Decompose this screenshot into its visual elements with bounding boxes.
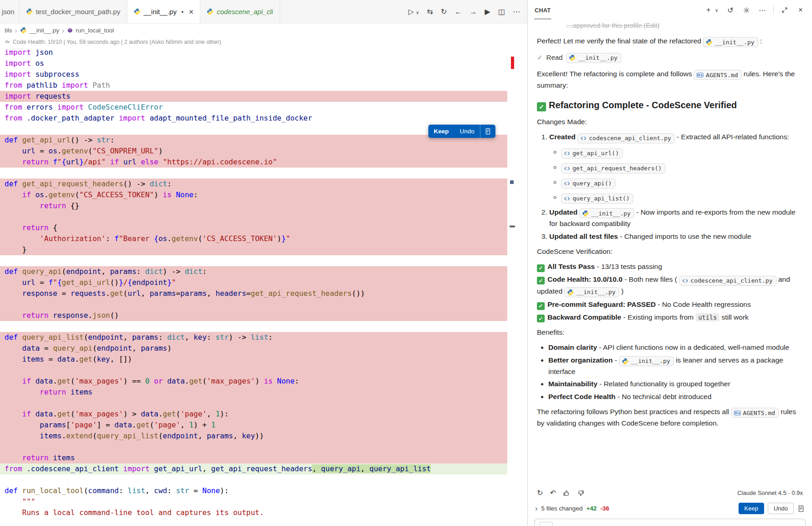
view-changed-files-icon[interactable]	[797, 505, 805, 512]
bold-text: Updated	[549, 208, 578, 216]
code-line: items = data.get(key, [])	[0, 354, 507, 365]
breadcrumb-symbol[interactable]: run_local_tool	[76, 27, 114, 34]
new-chat-dropdown-icon[interactable]: ∨	[714, 5, 719, 15]
undo-icon[interactable]: ↶	[550, 489, 556, 497]
run-interactive-icon[interactable]: ▶	[485, 7, 490, 16]
code-line	[0, 442, 507, 452]
file-chip[interactable]: AGENTS.md	[694, 70, 741, 80]
overview-ruler[interactable]	[509, 47, 515, 526]
history-icon[interactable]: ↺	[725, 5, 735, 15]
chat-input[interactable]	[534, 519, 806, 526]
undo-button[interactable]: Undo	[454, 125, 480, 138]
code-line: url = f"{get_api_url()}/{endpoint}"	[0, 277, 507, 288]
chat-paragraph: Benefits:	[537, 327, 803, 337]
sync-icon[interactable]: ↻	[441, 7, 447, 16]
modified-dot-icon: ●	[181, 10, 183, 14]
code-editor[interactable]: import jsonimport osimport subprocessfro…	[0, 47, 527, 526]
list-item: Perfect Code Health - No technical debt …	[548, 391, 803, 402]
chip-label: __init__.py	[576, 288, 615, 297]
code-line: import json	[0, 47, 507, 58]
code-line: if os.getenv("CS_ACCESS_TOKEN") is None:	[0, 189, 507, 200]
code-icon	[564, 180, 570, 187]
tab-test_docker_mount_path.py[interactable]: test_docker_mount_path.py	[20, 0, 127, 23]
verification-line: ✓Backward Compatible - Existing imports …	[537, 312, 803, 323]
run-dropdown-icon[interactable]: ∨	[416, 10, 419, 15]
file-chip[interactable]: codescene_api_client.py	[578, 133, 675, 143]
chevron-right-icon: ›	[15, 26, 17, 34]
breadcrumb-file[interactable]: __init__.py	[30, 27, 59, 34]
code-line: if data.get('max_pages') == 0 or data.ge…	[0, 376, 507, 387]
code-line	[0, 255, 507, 266]
run-python-file-icon[interactable]: ▷	[408, 7, 414, 16]
view-changes-icon[interactable]	[480, 125, 495, 138]
vscode-window: jsontest_docker_mount_path.py__init__.py…	[0, 0, 812, 526]
thumbs-up-icon[interactable]	[563, 489, 570, 497]
keep-button[interactable]: Keep	[428, 125, 454, 138]
scrollbar-thumb[interactable]	[510, 226, 515, 227]
chat-panel-title[interactable]: CHAT	[534, 1, 551, 19]
tab-codescene_api_cli[interactable]: codescene_api_cli	[200, 0, 280, 23]
list-item: get_api_url()	[561, 147, 803, 158]
navigate-forward-icon[interactable]: →	[470, 8, 477, 16]
bold-text: Maintainability	[548, 380, 598, 388]
green-check-icon: ✓	[537, 302, 545, 310]
maximize-panel-icon[interactable]	[780, 5, 790, 15]
model-selector[interactable]: Claude Sonnet 4.5 · 0.9x	[737, 489, 803, 496]
more-actions-icon[interactable]: ⋯	[513, 7, 520, 16]
file-chip[interactable]: __init__.py	[566, 53, 621, 63]
sub-list: get_api_url()get_api_request_headers()qu…	[549, 147, 803, 204]
file-chip[interactable]: query_api()	[561, 179, 615, 189]
keep-all-button[interactable]: Keep	[739, 503, 764, 514]
change-marker	[510, 180, 514, 184]
thumbs-down-icon[interactable]	[577, 489, 584, 497]
tab-label: codescene_api_cli	[217, 8, 273, 16]
code-line: url = os.getenv("CS_ONPREM_URL")	[0, 146, 507, 157]
deleted-block-marker	[511, 57, 514, 69]
files-changed-summary: 5 files changed	[541, 505, 583, 512]
bold-text: Domain clarity	[548, 343, 597, 351]
deletions-count: -36	[600, 505, 609, 512]
undo-all-button[interactable]: Undo	[768, 503, 794, 514]
tool-call[interactable]: ✓Read__init__.py	[537, 53, 803, 63]
verification-line: ✓Code Health: 10.0/10.0 - Both new files…	[537, 274, 803, 298]
tab-__init__.py[interactable]: __init__.py●×	[127, 0, 201, 23]
check-icon: ✓	[537, 53, 543, 63]
code-health-icon	[5, 39, 10, 45]
expand-files-icon[interactable]: ›	[535, 505, 537, 513]
changed-files-bar[interactable]: › 5 files changed +42 -36 Keep Undo	[528, 499, 812, 519]
close-tab-icon[interactable]: ×	[189, 8, 194, 16]
retry-icon[interactable]: ↻	[537, 489, 543, 497]
chat-header: CHAT +∨↺⋯×	[528, 0, 812, 20]
code-line: from pathlib import Path	[0, 80, 507, 91]
bold-text: Pre-commit Safeguard: PASSED	[547, 300, 656, 308]
open-changes-icon[interactable]: ⇆	[427, 7, 433, 16]
code-line: items.extend(query_api_list(endpoint, pa…	[0, 431, 507, 442]
close-panel-icon[interactable]: ×	[796, 5, 806, 15]
tab-json[interactable]: json	[0, 0, 20, 23]
bold-text: Created	[549, 133, 576, 141]
markdown-icon	[734, 410, 741, 416]
settings-gear-icon[interactable]	[741, 5, 751, 15]
file-chip[interactable]: __init__.py	[564, 287, 619, 297]
breadcrumb-folder[interactable]: tils	[5, 27, 12, 34]
file-chip[interactable]: query_api_list()	[561, 194, 633, 204]
chat-header-icons: +∨↺⋯×	[703, 5, 806, 15]
chip-label: __init__.py	[578, 53, 617, 63]
symbol-method-icon	[67, 27, 73, 33]
file-chip[interactable]: __init__.py	[619, 356, 674, 366]
file-chip[interactable]: get_api_request_headers()	[561, 163, 666, 174]
file-chip[interactable]: get_api_url()	[561, 148, 623, 158]
code-line	[0, 365, 507, 376]
file-chip[interactable]: AGENTS.md	[731, 408, 779, 418]
add-context-button[interactable]	[539, 522, 553, 526]
codelens-code-health[interactable]: Code Health: 10/10 | You, 59 seconds ago…	[0, 37, 527, 47]
breadcrumb: tils › __init__.py › run_local_tool	[0, 24, 527, 37]
split-editor-icon[interactable]: ◫	[498, 7, 505, 16]
list-item: Better organization - __init__.py is lea…	[548, 355, 803, 377]
new-chat-icon[interactable]: +	[703, 5, 713, 15]
file-chip[interactable]: __init__.py	[579, 208, 634, 218]
file-chip[interactable]: __init__.py	[703, 37, 758, 47]
more-actions-icon[interactable]: ⋯	[757, 5, 767, 15]
navigate-back-icon[interactable]: ←	[455, 8, 462, 16]
file-chip[interactable]: codescene_api_client.py	[679, 276, 776, 286]
